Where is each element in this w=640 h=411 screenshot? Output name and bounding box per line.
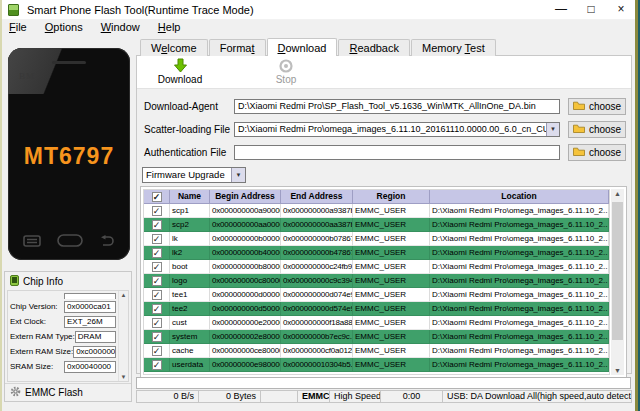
chip-field-row: Extern RAM Size: 0xc0000000 <box>10 344 116 359</box>
select-all-checkbox[interactable]: ✓ <box>152 192 162 202</box>
chip-field-value <box>64 293 116 299</box>
field-row-authentication-file: Authentication File choose <box>144 144 626 160</box>
scrollbar-thumb[interactable] <box>612 202 623 340</box>
choose-button-label: choose <box>589 124 621 135</box>
partition-row-cust[interactable]: ✓ cust 0x000000000e200000 0x000000000f18… <box>144 316 609 330</box>
scatter-loading-file-input[interactable]: D:\Xiaomi Redmi Pro\omega_images_6.11.10… <box>234 122 560 137</box>
partition-row-logo[interactable]: ✓ logo 0x000000000c800000 0x000000000c9c… <box>144 274 609 288</box>
row-checkbox[interactable]: ✓ <box>152 318 162 328</box>
download-agent-input[interactable]: D:\Xiaomi Redmi Pro\SP_Flash_Tool_v5.163… <box>234 99 560 114</box>
column-header-Begin Address[interactable]: Begin Address <box>210 190 281 204</box>
row-checkbox[interactable]: ✓ <box>152 220 162 230</box>
location-cell: D:\Xiaomi Redmi Pro\omega_images_6.11.10… <box>430 204 609 218</box>
chip-field-row <box>10 291 116 299</box>
chevron-down-icon[interactable]: ▼ <box>231 168 245 182</box>
maximize-button[interactable]: □ <box>576 0 606 20</box>
region-cell: EMMC_USER <box>353 246 430 260</box>
row-checkbox[interactable]: ✓ <box>152 248 162 258</box>
begin-address-cell: 0x00000000ce800000 <box>210 344 281 358</box>
column-header-Name[interactable]: Name <box>170 190 210 204</box>
menu-help[interactable]: Help <box>149 20 190 35</box>
begin-address-cell: 0x000000000b400000 <box>210 246 281 260</box>
field-row-download-agent: Download-Agent D:\Xiaomi Redmi Pro\SP_Fl… <box>144 98 626 114</box>
chip-info-scrollbar[interactable]: ▲▼ <box>118 291 128 381</box>
titlebar: Smart Phone Flash Tool(Runtime Trace Mod… <box>0 0 636 20</box>
field-row-scatter-loading-file: Scatter-loading File D:\Xiaomi Redmi Pro… <box>144 121 626 137</box>
download-agent-choose-button[interactable]: choose <box>568 98 626 115</box>
partition-row-tee1[interactable]: ✓ tee1 0x000000000d000000 0x000000000d07… <box>144 288 609 302</box>
menu-window[interactable]: Window <box>92 20 149 35</box>
checkbox-cell: ✓ <box>144 302 170 316</box>
download-button[interactable]: Download <box>145 58 215 85</box>
scroll-down-icon[interactable]: ▼ <box>119 374 128 380</box>
row-checkbox[interactable]: ✓ <box>152 332 162 342</box>
menu-options[interactable]: Options <box>36 20 92 35</box>
row-checkbox[interactable]: ✓ <box>152 360 162 370</box>
phone-nav-bar <box>8 233 130 251</box>
row-checkbox[interactable]: ✓ <box>152 234 162 244</box>
download-agent-label: Download-Agent <box>144 101 234 112</box>
tab-readback[interactable]: Readback <box>338 39 410 56</box>
scatter-loading-file-choose-button[interactable]: choose <box>568 121 626 138</box>
name-cell: tee2 <box>170 302 210 316</box>
download-mode-select[interactable]: Firmware Upgrade ▼ <box>142 167 246 183</box>
partition-row-scp2[interactable]: ✓ scp2 0x000000000aa00000 0x000000000aa3… <box>144 218 609 232</box>
authentication-file-choose-button[interactable]: choose <box>568 144 626 161</box>
phone-speaker <box>52 61 86 64</box>
name-cell: scp2 <box>170 218 210 232</box>
authentication-file-input[interactable] <box>234 145 560 160</box>
window-controls: — □ × <box>546 0 636 20</box>
partition-row-boot[interactable]: ✓ boot 0x000000000b800000 0x000000000c24… <box>144 260 609 274</box>
checkbox-cell: ✓ <box>144 344 170 358</box>
choose-button-label: choose <box>589 147 621 158</box>
region-cell: EMMC_USER <box>353 274 430 288</box>
partition-row-system[interactable]: ✓ system 0x000000002e800000 0x00000000b7… <box>144 330 609 344</box>
row-checkbox[interactable]: ✓ <box>152 346 162 356</box>
begin-address-cell: 0x000000000b800000 <box>210 260 281 274</box>
minimize-button[interactable]: — <box>546 0 576 20</box>
partition-row-tee2[interactable]: ✓ tee2 0x000000000d500000 0x000000000d57… <box>144 302 609 316</box>
scroll-down-icon[interactable]: ▼ <box>611 367 624 374</box>
column-header-End Address[interactable]: End Address <box>281 190 353 204</box>
name-cell: system <box>170 330 210 344</box>
stop-icon <box>278 58 294 74</box>
scroll-up-icon[interactable]: ▲ <box>119 292 128 298</box>
tab-memory-test[interactable]: Memory Test <box>411 39 496 56</box>
column-header-Region[interactable]: Region <box>353 190 430 204</box>
stop-button[interactable]: Stop <box>251 58 321 85</box>
begin-address-cell: 0x00000000e9800000 <box>210 358 281 372</box>
row-checkbox[interactable]: ✓ <box>152 304 162 314</box>
checkbox-cell: ✓ <box>144 330 170 344</box>
tab-format[interactable]: Format <box>209 39 266 56</box>
region-cell: EMMC_USER <box>353 302 430 316</box>
column-header-check[interactable]: ✓ <box>144 190 170 204</box>
status-cell-0: 0 B/s <box>136 390 199 403</box>
status-cell-1: 0 Bytes <box>198 390 261 403</box>
menu-file[interactable]: File <box>0 20 36 35</box>
row-checkbox[interactable]: ✓ <box>152 206 162 216</box>
location-cell: D:\Xiaomi Redmi Pro\omega_images_6.11.10… <box>430 316 609 330</box>
table-scrollbar[interactable]: ▲ ▼ <box>611 189 624 375</box>
close-button[interactable]: × <box>606 0 636 20</box>
home-icon <box>57 233 83 251</box>
toolbar: Download Stop <box>137 56 631 89</box>
name-cell: cache <box>170 344 210 358</box>
chevron-down-icon[interactable]: ▼ <box>546 123 559 136</box>
tab-welcome[interactable]: Welcome <box>140 39 208 56</box>
row-checkbox[interactable]: ✓ <box>152 262 162 272</box>
column-header-Location[interactable]: Location <box>430 190 609 204</box>
row-checkbox[interactable]: ✓ <box>152 290 162 300</box>
partition-row-scp1[interactable]: ✓ scp1 0x000000000a900000 0x000000000a93… <box>144 204 609 218</box>
partition-row-lk2[interactable]: ✓ lk2 0x000000000b400000 0x000000000b478… <box>144 246 609 260</box>
name-cell: boot <box>170 260 210 274</box>
partition-row-lk[interactable]: ✓ lk 0x000000000b000000 0x000000000b0786… <box>144 232 609 246</box>
chip-icon <box>10 275 19 288</box>
partition-row-userdata[interactable]: ✓ userdata 0x00000000e9800000 0x00000001… <box>144 358 609 372</box>
partition-row-cache[interactable]: ✓ cache 0x00000000ce800000 0x00000000cf0… <box>144 344 609 358</box>
scroll-up-icon[interactable]: ▲ <box>611 190 624 197</box>
row-checkbox[interactable]: ✓ <box>152 276 162 286</box>
tab-download[interactable]: Download <box>267 38 338 56</box>
end-address-cell: 0x000000000aa387bf <box>281 218 353 232</box>
status-cell-2 <box>260 390 298 403</box>
app-icon <box>8 4 19 16</box>
